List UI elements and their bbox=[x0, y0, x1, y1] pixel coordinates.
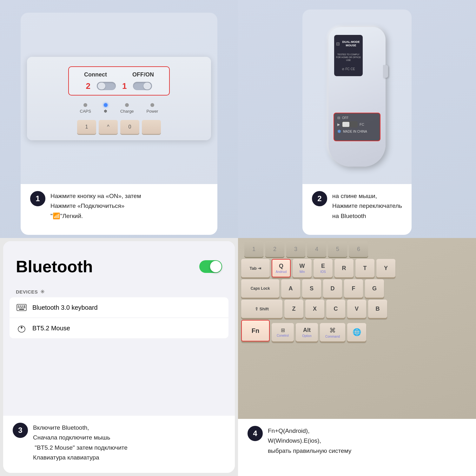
mouse-switch-box: ⊟ OFF ▶ FC ✽ MADE IN CHINA bbox=[334, 113, 380, 141]
indicator-row: CAPS ✽ Charge Power bbox=[80, 103, 158, 114]
charge-led bbox=[125, 103, 129, 107]
svg-rect-8 bbox=[23, 307, 23, 308]
caps-indicator: CAPS bbox=[80, 103, 91, 114]
switch-labels: Connect OFF/ON bbox=[84, 71, 154, 78]
bt-led bbox=[104, 103, 108, 107]
key-globe: 🌐 bbox=[347, 323, 366, 341]
devices-label: DEVICES bbox=[16, 289, 38, 294]
step2-badge: 2 bbox=[312, 191, 327, 206]
key-f: F bbox=[344, 279, 363, 298]
key-5: 5 bbox=[328, 241, 347, 257]
charge-label: Charge bbox=[120, 109, 134, 114]
key-ctrl: ⊞ Conetrol bbox=[272, 323, 294, 341]
key-a: A bbox=[281, 279, 300, 298]
settings-icon: ✳ bbox=[40, 289, 45, 295]
asdf-row: Caps Lock A S D F G bbox=[241, 279, 473, 298]
svg-rect-3 bbox=[22, 306, 23, 307]
step1-text: Нажмите кнопку на «ON», затем Нажмите «П… bbox=[50, 191, 141, 221]
q1-text-section: 1 Нажмите кнопку на «ON», затем Нажмите … bbox=[21, 184, 217, 235]
capslock-label: Caps Lock bbox=[251, 286, 270, 291]
key-g: G bbox=[365, 279, 384, 298]
sticker-sub-text: TESTED TO COMPLY FOR HOME OR OFFICE USE bbox=[336, 53, 361, 62]
x-main: X bbox=[313, 306, 317, 312]
key-alt: Alt Option bbox=[296, 323, 318, 341]
mouse-side-button bbox=[383, 65, 388, 78]
bt-label: ✽ bbox=[104, 109, 107, 114]
key-e: E IOS bbox=[314, 259, 333, 277]
svg-rect-9 bbox=[24, 307, 25, 308]
svg-rect-5 bbox=[18, 307, 19, 308]
device-item-keyboard[interactable]: Bluetooth 3.0 keyboard bbox=[10, 297, 228, 318]
f-main: F bbox=[352, 285, 355, 292]
svg-rect-13 bbox=[21, 327, 23, 328]
caps-label: CAPS bbox=[80, 109, 91, 114]
svg-rect-6 bbox=[19, 307, 20, 308]
q2-image-section: ⊟ DUAL-MODE MOUSE TESTED TO COMPLY FOR H… bbox=[302, 10, 412, 184]
qwerty-row: Tab ⇥ Q Andriud W Win E IOS R bbox=[241, 259, 473, 277]
key-3: 3 bbox=[286, 241, 305, 257]
keyboard-icon bbox=[16, 303, 27, 312]
sticker-icons-row: ⊟ DUAL-MODE MOUSE bbox=[336, 40, 361, 47]
e-sub: IOS bbox=[320, 270, 326, 274]
shift-label: ⇧ Shift bbox=[255, 307, 269, 311]
bt-indicator: ✽ bbox=[104, 103, 108, 114]
key-fn: Fn bbox=[241, 320, 270, 341]
keyboard-panel: Connect OFF/ON 2 1 CAPS bbox=[27, 57, 211, 140]
made-in-label: MADE IN CHINA bbox=[343, 130, 367, 133]
key-v: V bbox=[347, 300, 366, 318]
switch-knob bbox=[342, 122, 349, 127]
fn-label: Fn bbox=[252, 327, 259, 334]
connect-switch[interactable] bbox=[97, 82, 116, 90]
mouse-label-sticker: ⊟ DUAL-MODE MOUSE TESTED TO COMPLY FOR H… bbox=[334, 35, 363, 76]
mouse-switch-toggle[interactable] bbox=[342, 121, 358, 128]
number-row: 1 2 3 4 5 6 bbox=[244, 241, 473, 257]
key-1: 1 bbox=[244, 241, 263, 257]
step4-text: Fn+Q(Android), W(Windows).E(ios), выбрат… bbox=[268, 426, 351, 456]
bluetooth-toggle[interactable] bbox=[199, 260, 222, 273]
key-q: Q Andriud bbox=[272, 259, 291, 277]
quadrant-4: 1 2 3 4 5 6 Tab ⇥ Q Andriud W Win bbox=[238, 238, 476, 476]
key-shift: ⇧ Shift bbox=[241, 300, 282, 318]
num1-label: 1 bbox=[122, 81, 127, 91]
mouse-body: ⊟ DUAL-MODE MOUSE TESTED TO COMPLY FOR H… bbox=[328, 27, 386, 167]
offon-label: OFF/ON bbox=[132, 71, 154, 78]
power-indicator: Power bbox=[147, 103, 158, 114]
c-main: C bbox=[334, 306, 338, 312]
d-main: D bbox=[331, 285, 335, 292]
key-s: S bbox=[302, 279, 321, 298]
key-tab: Tab ⇥ bbox=[241, 259, 270, 277]
device-item-mouse[interactable]: BT5.2 Mouse bbox=[10, 318, 228, 338]
key-x: X bbox=[305, 300, 324, 318]
q2-text-section: 2 на спине мыши, Нажмите переключатель н… bbox=[302, 184, 412, 235]
onoff-switch[interactable] bbox=[133, 82, 152, 90]
zxcv-row: ⇧ Shift Z X C V B bbox=[241, 300, 473, 318]
alt-sub: Option bbox=[302, 334, 311, 338]
key-6: 6 bbox=[349, 241, 368, 257]
key-b: B bbox=[368, 300, 387, 318]
key-c: C bbox=[326, 300, 345, 318]
bluetooth-title: Bluetooth bbox=[16, 257, 93, 276]
q3-text-section: 3 Включите Bluetooth, Сначала подключите… bbox=[3, 416, 235, 473]
quadrant-1: Connect OFF/ON 2 1 CAPS bbox=[0, 0, 238, 238]
caps-led bbox=[83, 103, 87, 107]
switch-row: 2 1 bbox=[86, 81, 152, 91]
key-w: W Win bbox=[293, 259, 312, 277]
key-capslock: Caps Lock bbox=[241, 279, 279, 298]
svg-rect-10 bbox=[19, 309, 24, 310]
ctrl-sub: Conetrol bbox=[277, 334, 289, 337]
power-led bbox=[150, 103, 154, 107]
key-4: 4 bbox=[307, 241, 326, 257]
keyboard-closeup: 1 2 3 4 5 6 Tab ⇥ Q Andriud W Win bbox=[238, 238, 476, 419]
svg-rect-1 bbox=[18, 306, 19, 307]
y-main: Y bbox=[384, 265, 388, 272]
svg-rect-7 bbox=[21, 307, 22, 308]
switch-area: Connect OFF/ON 2 1 bbox=[68, 66, 170, 96]
q1-card: Connect OFF/ON 2 1 CAPS bbox=[21, 13, 217, 235]
device2-name: BT5.2 Mouse bbox=[32, 325, 70, 332]
step2-text: на спине мыши, Нажмите переключатель на … bbox=[332, 191, 402, 221]
key-2: 2 bbox=[265, 241, 284, 257]
key-preview-3: 0 bbox=[120, 120, 139, 134]
e-main: E bbox=[321, 263, 325, 269]
step3-badge: 3 bbox=[13, 423, 28, 438]
key-row-preview: 1 ^ 0 bbox=[77, 120, 161, 134]
